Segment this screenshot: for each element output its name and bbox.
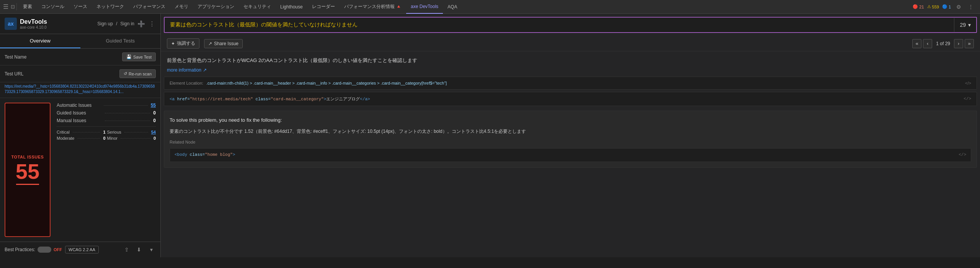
- logo-subtitle: axe-core 4.10.0: [20, 25, 94, 29]
- add-icon[interactable]: ➕: [137, 20, 145, 28]
- last-page-button[interactable]: »: [965, 39, 974, 48]
- attr-href-val: "https://iret.media/tech": [190, 97, 253, 101]
- left-panel: ax DevTools axe-core 4.10.0 Sign up / Si…: [0, 14, 161, 257]
- body-tag: <body: [175, 152, 190, 157]
- share-icon[interactable]: ⇪: [122, 245, 131, 254]
- html-code-content: <a href="https://iret.media/tech" class=…: [170, 96, 960, 102]
- share-issue-button[interactable]: ↗ Share Issue: [204, 39, 243, 48]
- rerun-scan-button[interactable]: ↺ Re-run scan: [119, 69, 156, 78]
- automatic-issues-label: Automatic Issues: [57, 103, 101, 108]
- body-tag-close: >: [233, 152, 235, 157]
- test-url-label: Test URL: [5, 71, 35, 77]
- guided-issues-val: 0: [153, 110, 156, 116]
- logo-divider: /: [116, 21, 117, 26]
- axe-logo-icon: ax: [5, 18, 17, 30]
- logo-actions: Sign up / Sign in ➕ ⋮: [97, 20, 156, 28]
- manual-issues-row: Manual Issues 0: [57, 118, 156, 123]
- logo-area: ax DevTools axe-core 4.10.0 Sign up / Si…: [0, 14, 160, 34]
- signin-link[interactable]: Sign in: [120, 21, 134, 26]
- nav-lighthouse[interactable]: Lighthouse: [276, 0, 307, 14]
- issues-breakdown: Automatic Issues 55 Guided Issues 0 Manu…: [57, 103, 156, 237]
- test-url-display[interactable]: https://iret.media/?__hstc=105683804.823…: [0, 82, 160, 98]
- tab-overview[interactable]: Overview: [0, 34, 80, 48]
- main-layout: ax DevTools axe-core 4.10.0 Sign up / Si…: [0, 14, 980, 257]
- serious-item: Serious 54: [107, 130, 156, 134]
- prev-button[interactable]: ‹: [923, 39, 932, 48]
- download-icon[interactable]: ⬇: [134, 245, 144, 254]
- minor-val: 0: [154, 136, 156, 141]
- code-icon[interactable]: </>: [959, 152, 966, 159]
- test-name-label: Test Name: [5, 54, 35, 60]
- highlight-icon: ✦: [171, 41, 175, 46]
- devtools-dock-icon[interactable]: ⊡: [11, 4, 15, 10]
- save-test-button[interactable]: 💾 Save Test: [122, 52, 156, 61]
- minor-item: Minor 0: [107, 136, 156, 141]
- attr-class-val: "card-main__category": [271, 97, 324, 101]
- manual-issues-label: Manual Issues: [57, 118, 102, 123]
- nav-sources[interactable]: ソース: [69, 0, 92, 14]
- tag-text: エンジニアブログ: [326, 97, 360, 101]
- next-button[interactable]: ›: [954, 39, 963, 48]
- code-copy-icon[interactable]: </>: [964, 96, 971, 101]
- body-class-attr: class=: [190, 152, 205, 157]
- best-practices-label: Best Practices:: [5, 247, 35, 252]
- moderate-label: Moderate: [57, 136, 74, 141]
- panel-tabs: Overview Guided Tests: [0, 34, 160, 49]
- html-code-block: <a href="https://iret.media/tech" class=…: [164, 92, 977, 106]
- issue-title: 要素は色のコントラスト比（最低限）の閾値を満たしていなければなりません: [165, 18, 954, 32]
- minor-label: Minor: [107, 136, 118, 141]
- nav-perf-insights[interactable]: パフォーマンス分析情報 🔺: [340, 0, 406, 14]
- element-location-path: .card-main:nth-child(1) > .card-main__he…: [206, 81, 962, 85]
- issues-summary: TOTAL ISSUES 55 Automatic Issues 55 Guid…: [0, 98, 160, 242]
- menu-icon[interactable]: ⋮: [148, 20, 156, 28]
- nav-arrows: « ‹ 1 of 29 › »: [912, 39, 974, 48]
- nav-aqa[interactable]: AQA: [443, 0, 462, 14]
- nav-application[interactable]: アプリケーション: [193, 0, 239, 14]
- left-bottom-toolbar: Best Practices: OFF WCAG 2.2 AA ⇪ ⬇ ▾: [0, 242, 160, 257]
- signup-link[interactable]: Sign up: [97, 21, 113, 26]
- automatic-issues-val[interactable]: 55: [151, 103, 156, 108]
- related-node-code: <body class="home blog"> </>: [170, 148, 971, 162]
- nav-recorder[interactable]: レコーダー: [307, 0, 340, 14]
- devtools-nav: ☰ ⊡ 要素 コンソール ソース ネットワーク パフォーマンス メモリ アプリケ…: [0, 0, 980, 14]
- nav-security[interactable]: セキュリティ: [239, 0, 276, 14]
- attr-class: class=: [253, 97, 271, 101]
- nav-console[interactable]: コンソール: [37, 0, 69, 14]
- nav-axe-devtools[interactable]: axe DevTools: [406, 0, 443, 14]
- moderate-val: 0: [103, 136, 105, 141]
- nav-network[interactable]: ネットワーク: [92, 0, 129, 14]
- rerun-icon: ↺: [124, 71, 127, 76]
- highlight-button[interactable]: ✦ 強調する: [167, 38, 199, 49]
- nav-performance[interactable]: パフォーマンス: [129, 0, 170, 14]
- test-name-row: Test Name 💾 Save Test: [0, 49, 160, 65]
- moderate-item: Moderate 0: [57, 136, 106, 141]
- manual-issues-val: 0: [153, 118, 156, 123]
- issue-description: 前景色と背景色のコントラストがWCAG 2のAAコントラスト比（最低限）のしきい…: [161, 51, 980, 67]
- warning-badge: ⚠ 559: [927, 4, 939, 9]
- total-issues-number: 55: [16, 161, 39, 182]
- more-info-link[interactable]: more information ↗: [161, 67, 980, 77]
- more-options-icon-left[interactable]: ▾: [147, 245, 156, 254]
- nav-memory[interactable]: メモリ: [170, 0, 193, 14]
- total-issues-underline: [16, 184, 39, 185]
- serious-val[interactable]: 54: [151, 130, 156, 134]
- save-icon: 💾: [126, 54, 132, 59]
- share-icon: ↗: [208, 41, 212, 46]
- toggle-switch[interactable]: [38, 247, 51, 253]
- automatic-issues-row: Automatic Issues 55: [57, 103, 156, 108]
- nav-elements[interactable]: 要素: [18, 0, 37, 14]
- nav-counter: 1 of 29: [934, 41, 952, 46]
- tab-guided-tests[interactable]: Guided Tests: [80, 34, 161, 48]
- wcag-badge[interactable]: WCAG 2.2 AA: [65, 246, 99, 253]
- tag-open: <a: [170, 97, 177, 101]
- first-page-button[interactable]: «: [912, 39, 921, 48]
- error-badge: 🔴 21: [913, 4, 924, 9]
- code-view-icon[interactable]: </>: [965, 81, 971, 85]
- more-options-icon[interactable]: ⋮: [966, 2, 975, 11]
- devtools-menu-icon[interactable]: ☰: [3, 3, 8, 10]
- issue-header: 要素は色のコントラスト比（最低限）の閾値を満たしていなければなりません 29 ▾: [164, 17, 977, 33]
- issue-count-badge[interactable]: 29 ▾: [954, 18, 976, 32]
- settings-icon[interactable]: ⚙: [954, 2, 963, 11]
- nav-badges: 🔴 21 ⚠ 559 🔵 1 ⚙ ⋮: [913, 2, 978, 11]
- right-panel: 要素は色のコントラスト比（最低限）の閾値を満たしていなければなりません 29 ▾…: [161, 14, 980, 257]
